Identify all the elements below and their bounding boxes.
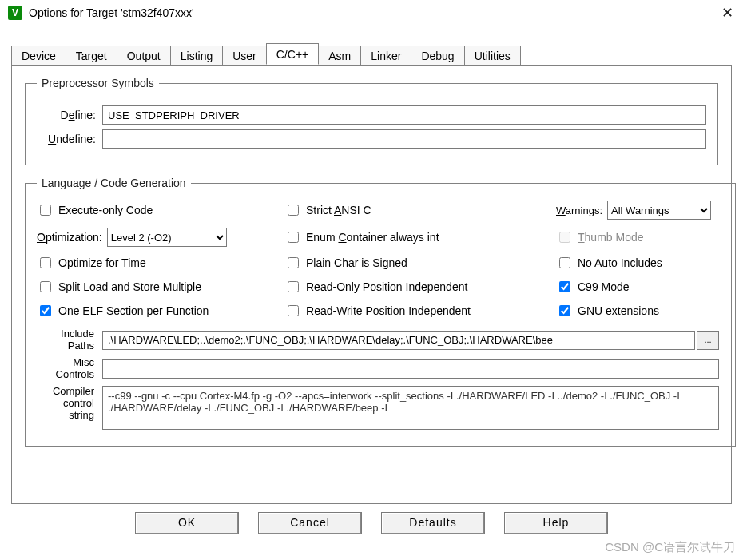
check-optimize-time-box[interactable] [40, 257, 51, 268]
tab-user[interactable]: User [222, 46, 267, 66]
label-compiler-control-string: Compiler control string [42, 386, 102, 422]
check-read-write-pi[interactable]: Read-Write Position Independent [284, 303, 556, 319]
check-optimize-time[interactable]: Optimize for Time [37, 255, 284, 271]
help-button[interactable]: Help [504, 512, 608, 534]
group-preprocessor: Preprocessor Symbols Define: Undefine: [25, 77, 718, 165]
tab-listing[interactable]: Listing [170, 46, 223, 66]
ok-button[interactable]: OK [135, 512, 239, 534]
titlebar: V Options for Target 'stm32f407xxx' ✕ [0, 0, 743, 26]
check-read-only-pi[interactable]: Read-Only Position Independent [284, 279, 556, 295]
label-define: Define: [37, 109, 102, 121]
close-icon[interactable]: ✕ [719, 4, 735, 22]
tab-linker[interactable]: Linker [360, 46, 411, 66]
tab-utilities[interactable]: Utilities [464, 46, 521, 66]
undefine-input[interactable] [102, 129, 706, 149]
tab-panel-c-cpp: Preprocessor Symbols Define: Undefine: L… [11, 65, 732, 504]
check-read-write-pi-box[interactable] [288, 305, 299, 316]
tab-asm[interactable]: Asm [318, 46, 361, 66]
check-one-elf-section-box[interactable] [40, 305, 51, 316]
tab-c-cpp[interactable]: C/C++ [266, 43, 319, 65]
window-title: Options for Target 'stm32f407xxx' [29, 6, 719, 19]
label-misc-controls: Misc Controls [42, 357, 102, 381]
misc-controls-input[interactable] [102, 359, 719, 379]
label-include-paths: Include Paths [42, 328, 102, 352]
browse-include-button[interactable]: ... [697, 331, 719, 350]
watermark: CSDN @C语言尔试牛刀 [605, 540, 735, 555]
check-gnu-extensions-box[interactable] [559, 305, 570, 316]
check-split-load-store-box[interactable] [40, 281, 51, 292]
optimization-select[interactable]: Level 2 (-O2) [107, 228, 227, 247]
cancel-button[interactable]: Cancel [258, 512, 362, 534]
check-plain-char-box[interactable] [288, 257, 299, 268]
tab-debug[interactable]: Debug [411, 46, 464, 66]
warnings-cell: Warnings: All Warnings [556, 201, 724, 220]
app-icon: V [8, 6, 22, 20]
check-gnu-extensions[interactable]: GNU extensions [556, 303, 724, 319]
label-warnings: Warnings: [556, 205, 602, 216]
label-undefine: Undefine: [37, 133, 102, 145]
check-execute-only[interactable]: Execute-only Code [37, 202, 284, 218]
include-paths-input[interactable] [102, 331, 695, 350]
check-one-elf-section[interactable]: One ELF Section per Function [37, 303, 284, 319]
tab-target[interactable]: Target [66, 46, 117, 66]
group-language: Language / Code Generation Execute-only … [25, 177, 736, 447]
check-thumb-mode-box [559, 232, 570, 243]
check-enum-container-box[interactable] [288, 232, 299, 243]
check-strict-ansi-box[interactable] [288, 205, 299, 216]
label-optimization: Optimization: [37, 231, 102, 244]
check-no-auto-includes[interactable]: No Auto Includes [556, 255, 724, 271]
check-no-auto-includes-box[interactable] [559, 257, 570, 268]
tab-output[interactable]: Output [117, 46, 171, 66]
tab-strip: Device Target Output Listing User C/C++ … [11, 43, 732, 65]
check-strict-ansi[interactable]: Strict ANSI C [284, 202, 556, 218]
check-c99-mode[interactable]: C99 Mode [556, 279, 724, 295]
check-split-load-store[interactable]: Split Load and Store Multiple [37, 279, 284, 295]
check-thumb-mode: Thumb Mode [556, 229, 724, 245]
check-c99-mode-box[interactable] [559, 281, 570, 292]
check-execute-only-box[interactable] [40, 205, 51, 216]
tab-device[interactable]: Device [11, 46, 66, 66]
legend-preprocessor: Preprocessor Symbols [37, 77, 159, 89]
check-plain-char[interactable]: Plain Char is Signed [284, 255, 556, 271]
warnings-select[interactable]: All Warnings [607, 201, 711, 220]
compiler-control-string: --c99 --gnu -c --cpu Cortex-M4.fp -g -O2… [102, 386, 719, 430]
check-enum-container[interactable]: Enum Container always int [284, 229, 556, 245]
defaults-button[interactable]: Defaults [381, 512, 485, 534]
optimization-row: Optimization: Level 2 (-O2) [37, 228, 284, 247]
legend-language: Language / Code Generation [37, 177, 191, 189]
check-read-only-pi-box[interactable] [288, 281, 299, 292]
button-bar: OK Cancel Defaults Help [11, 512, 732, 534]
define-input[interactable] [102, 105, 706, 125]
